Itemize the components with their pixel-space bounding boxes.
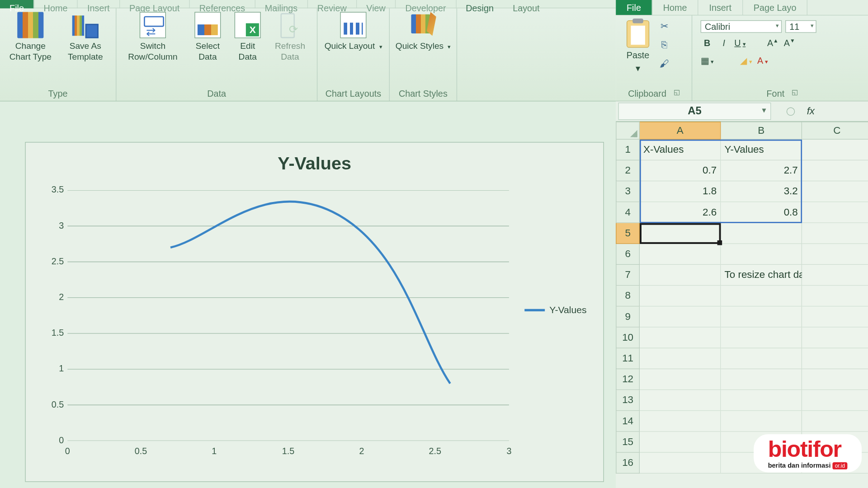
cell-c9[interactable] bbox=[802, 306, 868, 327]
select-all-corner[interactable] bbox=[616, 122, 640, 140]
cell-a13[interactable] bbox=[640, 390, 721, 411]
font-name-combo[interactable]: Calibri bbox=[701, 20, 782, 33]
row-header-3[interactable]: 3 bbox=[616, 181, 640, 202]
cell-a12[interactable] bbox=[640, 369, 721, 390]
tab-page-layout-right[interactable]: Page Layo bbox=[743, 0, 808, 15]
row-header-10[interactable]: 10 bbox=[616, 328, 640, 348]
tab-home[interactable]: Home bbox=[34, 0, 77, 8]
row-header-16[interactable]: 16 bbox=[616, 453, 640, 474]
cell-b2[interactable]: 2.7 bbox=[721, 160, 802, 181]
tab-design[interactable]: Design bbox=[456, 0, 503, 8]
quick-layout-button[interactable]: Quick Layout bbox=[321, 11, 386, 52]
format-painter-icon[interactable]: 🖌 bbox=[658, 58, 671, 71]
decrease-font-button[interactable]: A▼ bbox=[783, 38, 796, 51]
cell-a6[interactable] bbox=[640, 244, 721, 265]
row-header-5[interactable]: 5 bbox=[616, 223, 640, 244]
quick-styles-button[interactable]: Quick Styles bbox=[393, 11, 453, 52]
col-header-c[interactable]: C bbox=[802, 122, 868, 140]
row-header-7[interactable]: 7 bbox=[616, 265, 640, 286]
cell-b1[interactable]: Y-Values bbox=[721, 140, 802, 160]
cell-a5[interactable] bbox=[640, 223, 721, 244]
row-header-2[interactable]: 2 bbox=[616, 160, 640, 181]
cell-a2[interactable]: 0.7 bbox=[640, 160, 721, 181]
edit-data-button[interactable]: EditData bbox=[230, 11, 265, 62]
col-header-a[interactable]: A bbox=[640, 122, 721, 140]
borders-button[interactable]: ▦ bbox=[701, 56, 715, 69]
increase-font-button[interactable]: A▲ bbox=[766, 38, 779, 51]
cell-c12[interactable] bbox=[802, 369, 868, 390]
underline-button[interactable]: U bbox=[734, 38, 747, 51]
bold-button[interactable]: B bbox=[701, 38, 714, 51]
cell-b14[interactable] bbox=[721, 411, 802, 432]
cell-a14[interactable] bbox=[640, 411, 721, 432]
cell-a16[interactable] bbox=[640, 453, 721, 474]
tab-file[interactable]: File bbox=[0, 0, 34, 8]
row-header-1[interactable]: 1 bbox=[616, 140, 640, 160]
row-header-8[interactable]: 8 bbox=[616, 286, 640, 306]
cell-b7[interactable]: To resize chart data ra bbox=[721, 265, 802, 286]
insert-function-button[interactable]: fx bbox=[807, 105, 815, 117]
cell-c11[interactable] bbox=[802, 348, 868, 369]
tab-home-right[interactable]: Home bbox=[652, 0, 698, 15]
cell-a3[interactable]: 1.8 bbox=[640, 181, 721, 202]
col-header-b[interactable]: B bbox=[721, 122, 802, 140]
cell-b13[interactable] bbox=[721, 390, 802, 411]
cell-a8[interactable] bbox=[640, 286, 721, 306]
cell-a11[interactable] bbox=[640, 348, 721, 369]
tab-developer[interactable]: Developer bbox=[396, 0, 456, 8]
cell-a10[interactable] bbox=[640, 328, 721, 348]
cell-b12[interactable] bbox=[721, 369, 802, 390]
cell-b4[interactable]: 0.8 bbox=[721, 202, 802, 223]
row-header-12[interactable]: 12 bbox=[616, 369, 640, 390]
tab-insert-right[interactable]: Insert bbox=[698, 0, 743, 15]
plot-area[interactable] bbox=[67, 190, 509, 441]
worksheet-grid[interactable]: A B C 1X-ValuesY-Values 20.72.7 31.83.2 … bbox=[616, 122, 868, 474]
name-box[interactable]: A5 bbox=[618, 103, 771, 120]
font-color-button[interactable]: A bbox=[757, 56, 770, 69]
switch-row-column-button[interactable]: SwitchRow/Column bbox=[120, 11, 185, 62]
italic-button[interactable]: I bbox=[717, 38, 731, 51]
row-header-15[interactable]: 15 bbox=[616, 432, 640, 453]
save-as-template-button[interactable]: Save AsTemplate bbox=[58, 11, 112, 62]
tab-review[interactable]: Review bbox=[308, 0, 357, 8]
fill-color-button[interactable]: ◢ bbox=[740, 56, 753, 69]
cell-c3[interactable] bbox=[802, 181, 868, 202]
cell-b11[interactable] bbox=[721, 348, 802, 369]
tab-layout[interactable]: Layout bbox=[503, 0, 549, 8]
tab-file-right[interactable]: File bbox=[616, 0, 652, 15]
cell-b8[interactable] bbox=[721, 286, 802, 306]
copy-icon[interactable]: ⎘ bbox=[658, 39, 671, 52]
embedded-chart[interactable]: Y-Values 3.5 3 2.5 2 1.5 1 0.5 0 bbox=[25, 142, 604, 482]
cell-b6[interactable] bbox=[721, 244, 802, 265]
row-header-6[interactable]: 6 bbox=[616, 244, 640, 265]
cell-a4[interactable]: 2.6 bbox=[640, 202, 721, 223]
cell-c14[interactable] bbox=[802, 411, 868, 432]
select-data-button[interactable]: SelectData bbox=[187, 11, 228, 62]
cell-c4[interactable] bbox=[802, 202, 868, 223]
cut-icon[interactable]: ✂ bbox=[658, 20, 671, 33]
cell-c10[interactable] bbox=[802, 328, 868, 348]
cell-c7[interactable] bbox=[802, 265, 868, 286]
tab-view[interactable]: View bbox=[357, 0, 396, 8]
row-header-4[interactable]: 4 bbox=[616, 202, 640, 223]
row-header-13[interactable]: 13 bbox=[616, 390, 640, 411]
row-header-11[interactable]: 11 bbox=[616, 348, 640, 369]
cell-c6[interactable] bbox=[802, 244, 868, 265]
cell-a15[interactable] bbox=[640, 432, 721, 453]
cell-c2[interactable] bbox=[802, 160, 868, 181]
tab-references[interactable]: References bbox=[190, 0, 255, 8]
chart-legend[interactable]: Y-Values bbox=[524, 305, 587, 316]
cell-a7[interactable] bbox=[640, 265, 721, 286]
cell-c5[interactable] bbox=[802, 223, 868, 244]
cell-c13[interactable] bbox=[802, 390, 868, 411]
cell-c1[interactable] bbox=[802, 140, 868, 160]
tab-insert[interactable]: Insert bbox=[78, 0, 120, 8]
paste-button[interactable]: Paste bbox=[627, 50, 650, 63]
cell-a1[interactable]: X-Values bbox=[640, 140, 721, 160]
cell-b5[interactable] bbox=[721, 223, 802, 244]
chart-title[interactable]: Y-Values bbox=[26, 153, 604, 174]
cell-c8[interactable] bbox=[802, 286, 868, 306]
clipboard-dialog-launcher[interactable]: ◱ bbox=[674, 88, 679, 98]
tab-page-layout[interactable]: Page Layout bbox=[120, 0, 190, 8]
font-dialog-launcher[interactable]: ◱ bbox=[792, 88, 797, 98]
